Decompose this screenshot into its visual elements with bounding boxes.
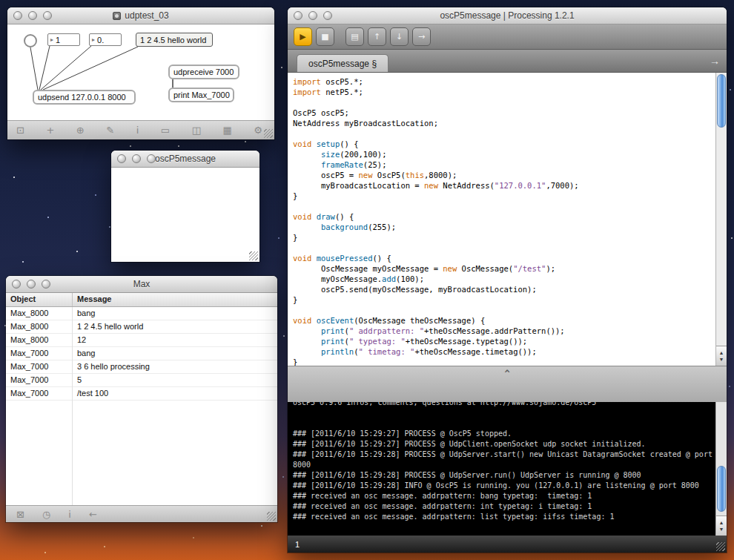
max-table-body[interactable]: Max_8000bangMax_80001 2 4.5 hello worldM… bbox=[6, 307, 277, 505]
minimize-button[interactable] bbox=[308, 11, 317, 20]
console-scroll-thumb[interactable] bbox=[717, 466, 726, 512]
resize-grip[interactable] bbox=[264, 129, 273, 138]
number-box-1[interactable]: ▸ 1 bbox=[47, 33, 80, 46]
console-line: ### received an osc message. addrpattern… bbox=[293, 501, 715, 512]
processing-titlebar[interactable]: oscP5message | Processing 1.2.1 bbox=[288, 7, 727, 24]
sketch-titlebar[interactable]: oscP5message bbox=[111, 151, 259, 168]
table-row[interactable]: Max_8000bang bbox=[6, 307, 277, 320]
code-lines[interactable]: import oscP5.*;import netP5.*;OscP5 oscP… bbox=[288, 73, 715, 366]
export-button[interactable]: → bbox=[412, 27, 431, 46]
zoom-button[interactable] bbox=[323, 11, 332, 20]
console-splitter[interactable]: ^ bbox=[288, 366, 727, 402]
code-line: frameRate(25); bbox=[293, 159, 715, 170]
tab-oscp5message[interactable]: oscP5message § bbox=[297, 54, 389, 72]
patcher-canvas[interactable]: ▸ 1 ▸ 0. 1 2 4.5 hello world udpreceive … bbox=[7, 24, 274, 120]
scroll-up-icon[interactable]: ▲ bbox=[719, 349, 724, 356]
move-icon[interactable]: ⊕ bbox=[76, 125, 85, 135]
grid-icon[interactable]: ▦ bbox=[222, 125, 231, 135]
table-row[interactable]: Max_80001 2 4.5 hello world bbox=[6, 320, 277, 334]
console-line: ### received an osc message. addrpattern… bbox=[293, 512, 715, 522]
resize-grip[interactable] bbox=[249, 251, 258, 260]
layers-icon[interactable]: ◫ bbox=[192, 125, 201, 135]
print-object[interactable]: print Max_7000 bbox=[168, 88, 234, 102]
zoom-button[interactable] bbox=[42, 280, 50, 289]
clear-icon[interactable]: ⊠ bbox=[16, 510, 24, 519]
window-controls bbox=[13, 11, 52, 20]
table-row[interactable]: Max_800012 bbox=[6, 334, 277, 347]
resize-grip[interactable] bbox=[716, 542, 725, 551]
code-line: OscP5 oscP5; bbox=[293, 108, 715, 118]
number-box-1-value: 1 bbox=[56, 36, 60, 45]
scroll-down-icon[interactable]: ▼ bbox=[719, 356, 724, 363]
code-line: import netP5.*; bbox=[293, 87, 715, 97]
scroll-up-icon[interactable]: ▲ bbox=[719, 519, 724, 526]
stop-button[interactable]: ■ bbox=[316, 27, 334, 46]
close-button[interactable] bbox=[13, 11, 22, 20]
cell-message: 1 2 4.5 hello world bbox=[73, 320, 277, 333]
scroll-down-icon[interactable]: ▼ bbox=[719, 526, 724, 533]
udpsend-text: udpsend 127.0.0.1 8000 bbox=[38, 93, 126, 102]
minimize-button[interactable] bbox=[28, 11, 37, 20]
processing-window-title: oscP5message | Processing 1.2.1 bbox=[288, 10, 727, 21]
patcher-titlebar[interactable]: udptest_03 bbox=[7, 7, 274, 24]
console-lines: oscP5 0.9.6 infos, comments, questions a… bbox=[288, 402, 715, 536]
udpsend-object[interactable]: udpsend 127.0.0.1 8000 bbox=[33, 90, 136, 105]
udpreceive-object[interactable]: udpreceive 7000 bbox=[168, 65, 239, 79]
console-scroll-buttons[interactable]: ▲ ▼ bbox=[716, 515, 727, 536]
bang-button[interactable] bbox=[24, 34, 37, 47]
print-text: print Max_7000 bbox=[173, 90, 230, 99]
cell-message: 3 6 hello processing bbox=[73, 360, 277, 373]
close-button[interactable] bbox=[294, 11, 302, 20]
console-line bbox=[293, 418, 715, 429]
lock-icon[interactable]: ⊡ bbox=[16, 125, 24, 135]
window-controls bbox=[117, 154, 156, 163]
window-controls bbox=[12, 280, 50, 289]
minimize-button[interactable] bbox=[132, 154, 141, 163]
console-line: oscP5 0.9.6 infos, comments, questions a… bbox=[293, 402, 715, 408]
close-button[interactable] bbox=[12, 280, 21, 289]
info-icon[interactable]: i bbox=[68, 510, 71, 519]
new-sketch-button[interactable]: ▤ bbox=[345, 27, 364, 46]
number-box-2[interactable]: ▸ 0. bbox=[89, 33, 122, 46]
table-row[interactable]: Max_7000bang bbox=[6, 347, 277, 360]
pen-icon[interactable]: ✎ bbox=[106, 125, 114, 135]
window-icon[interactable]: ▭ bbox=[161, 125, 170, 135]
console-scrollbar[interactable]: ▲ ▼ bbox=[715, 402, 727, 536]
editor-scroll-thumb[interactable] bbox=[717, 74, 726, 128]
add-object-icon[interactable]: + bbox=[46, 125, 54, 135]
play-icon: ▶ bbox=[300, 33, 305, 41]
back-icon[interactable]: ← bbox=[89, 510, 97, 519]
run-button[interactable]: ▶ bbox=[294, 27, 312, 46]
starfield bbox=[0, 0, 1, 1]
max-console-window: Max Object Message Max_8000bangMax_80001… bbox=[6, 276, 277, 522]
patcher-doc-icon bbox=[113, 12, 121, 20]
max-patcher-window: udptest_03 ▸ 1 ▸ 0. 1 2 4.5 hello world bbox=[7, 7, 274, 139]
editor-scrollbar[interactable]: ▲ ▼ bbox=[715, 73, 727, 366]
resize-grip[interactable] bbox=[267, 512, 276, 521]
zoom-button[interactable] bbox=[43, 11, 52, 20]
number-triangle-icon: ▸ bbox=[50, 36, 53, 43]
editor-scroll-buttons[interactable]: ▲ ▼ bbox=[716, 346, 727, 366]
sketch-canvas[interactable] bbox=[111, 168, 259, 262]
close-button[interactable] bbox=[117, 154, 126, 163]
table-row[interactable]: Max_70005 bbox=[6, 374, 277, 387]
minimize-button[interactable] bbox=[27, 280, 36, 289]
table-row[interactable]: Max_70003 6 hello processing bbox=[6, 360, 277, 374]
info-icon[interactable]: i bbox=[136, 125, 139, 135]
number-box-2-value: 0. bbox=[97, 36, 104, 45]
zoom-button[interactable] bbox=[147, 154, 156, 163]
save-button[interactable]: ↓ bbox=[390, 27, 409, 46]
code-line: } bbox=[293, 191, 715, 201]
gear-icon[interactable]: ⚙ bbox=[254, 125, 262, 135]
cell-object: Max_8000 bbox=[6, 334, 73, 346]
open-button[interactable]: ↑ bbox=[368, 27, 386, 46]
table-row[interactable]: Max_7000/test 100 bbox=[6, 387, 277, 401]
tab-menu-icon[interactable]: → bbox=[710, 55, 720, 67]
max-console-titlebar[interactable]: Max bbox=[6, 276, 277, 293]
clock-icon[interactable]: ◷ bbox=[42, 510, 50, 519]
code-line: void mousePressed() { bbox=[293, 253, 715, 263]
code-editor[interactable]: import oscP5.*;import netP5.*;OscP5 oscP… bbox=[288, 73, 727, 366]
processing-toolbar: ▶ ■ ▤ ↑ ↓ → bbox=[288, 24, 727, 50]
message-box[interactable]: 1 2 4.5 hello world bbox=[136, 33, 213, 47]
code-line: void setup() { bbox=[293, 139, 715, 149]
